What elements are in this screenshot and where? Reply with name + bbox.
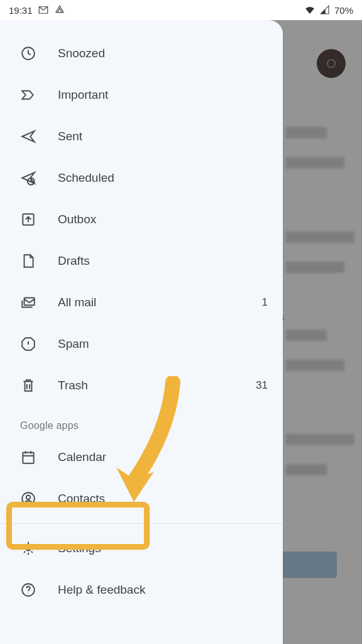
nav-label: Trash xyxy=(58,379,256,392)
nav-item-scheduled[interactable]: Scheduled xyxy=(0,157,283,199)
divider xyxy=(0,523,283,524)
svg-rect-3 xyxy=(25,297,35,305)
clock-icon xyxy=(20,45,58,62)
nav-item-snoozed[interactable]: Snoozed xyxy=(0,33,283,74)
nav-count: 1 xyxy=(262,296,272,309)
drive-app-icon xyxy=(54,4,65,16)
navigation-drawer: Starred Snoozed Important Sent Scheduled xyxy=(0,20,283,644)
nav-item-calendar[interactable]: Calendar xyxy=(0,436,283,478)
svg-point-7 xyxy=(26,547,31,551)
nav-label: All mail xyxy=(58,296,262,309)
svg-point-6 xyxy=(26,496,31,500)
nav-item-settings[interactable]: Settings xyxy=(0,528,283,569)
status-time: 19:31 xyxy=(9,5,33,16)
nav-item-sent[interactable]: Sent xyxy=(0,116,283,157)
spam-icon xyxy=(20,336,58,352)
nav-label: Settings xyxy=(58,541,272,555)
svg-rect-4 xyxy=(23,452,33,463)
nav-item-help[interactable]: Help & feedback xyxy=(0,569,283,611)
nav-item-starred[interactable]: Starred xyxy=(0,20,283,33)
gmail-app-icon xyxy=(38,4,49,16)
status-bar: 19:31 70% xyxy=(0,0,362,20)
outbox-icon xyxy=(20,211,58,228)
nav-item-contacts[interactable]: Contacts xyxy=(0,478,283,519)
gear-icon xyxy=(20,540,58,557)
drafts-icon xyxy=(20,253,58,269)
help-icon xyxy=(20,582,58,598)
section-header-google-apps: Google apps xyxy=(0,406,283,436)
nav-item-trash[interactable]: Trash 31 xyxy=(0,365,283,406)
nav-item-important[interactable]: Important xyxy=(0,74,283,116)
sent-icon xyxy=(20,128,58,145)
nav-label: Important xyxy=(58,88,272,102)
nav-label: Outbox xyxy=(58,213,272,226)
nav-label: Scheduled xyxy=(58,171,272,185)
wifi-icon xyxy=(304,4,315,16)
nav-item-outbox[interactable]: Outbox xyxy=(0,199,283,240)
important-icon xyxy=(20,87,58,103)
nav-label: Spam xyxy=(58,337,272,351)
battery-text: 70% xyxy=(334,5,353,16)
nav-item-allmail[interactable]: All mail 1 xyxy=(0,282,283,323)
nav-item-spam[interactable]: Spam xyxy=(0,323,283,365)
nav-label: Help & feedback xyxy=(58,583,272,597)
nav-label: Drafts xyxy=(58,254,272,268)
allmail-icon xyxy=(20,294,58,311)
trash-icon xyxy=(20,377,58,394)
nav-count: 31 xyxy=(256,379,272,392)
nav-label: Sent xyxy=(58,130,272,143)
nav-label: Calendar xyxy=(58,450,272,464)
cell-signal-icon xyxy=(319,4,331,16)
nav-label: Contacts xyxy=(58,492,272,506)
contacts-icon xyxy=(20,491,58,507)
nav-label: Snoozed xyxy=(58,47,272,60)
scheduled-icon xyxy=(20,170,58,186)
nav-item-drafts[interactable]: Drafts xyxy=(0,240,283,282)
calendar-icon xyxy=(20,449,58,465)
